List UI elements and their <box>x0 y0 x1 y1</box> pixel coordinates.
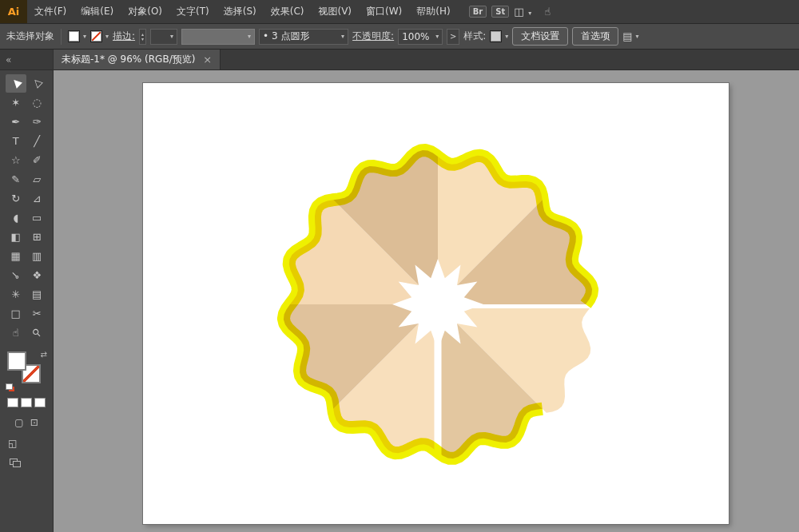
rotate-tool[interactable]: ↻ <box>6 189 26 208</box>
workspace-switcher-button[interactable]: ◫ ▾ <box>514 6 531 18</box>
draw-normal-button[interactable]: ▢ <box>14 417 23 428</box>
menu-item[interactable]: 选择(S) <box>217 0 264 23</box>
paintbrush-tool[interactable]: ✐ <box>27 151 48 169</box>
blend-icon: ❖ <box>32 269 42 281</box>
stroke-color-swatch[interactable] <box>90 30 102 42</box>
artboard-tool[interactable]: □ <box>6 304 26 323</box>
hand-tool[interactable]: ☝ <box>6 324 26 342</box>
control-bar-menu[interactable]: ▤ ▾ <box>622 30 638 42</box>
zoom-tool[interactable]: ⚲ <box>27 324 48 342</box>
hand-icon: ☝ <box>13 327 19 339</box>
document-tab[interactable]: 未标题-1* @ 96% (RGB/预览) × <box>54 50 221 69</box>
menu-item[interactable]: 对象(O) <box>121 0 169 23</box>
preferences-button[interactable]: 首选项 <box>572 27 618 46</box>
free-transform-tool[interactable]: ▭ <box>27 208 48 227</box>
canvas[interactable] <box>54 70 799 532</box>
width-tool[interactable]: ◖ <box>6 208 26 227</box>
pencil-icon: ✎ <box>11 173 20 185</box>
menu-item[interactable]: 文字(T) <box>169 0 217 23</box>
cascade-windows-icon[interactable] <box>10 459 21 467</box>
stock-button[interactable]: St <box>491 6 509 18</box>
eyedropper-icon: ⊸ <box>9 268 23 282</box>
line-segment-tool[interactable]: ╱ <box>27 132 48 150</box>
stroke-weight-stepper[interactable]: ▴ ▾ <box>139 29 146 45</box>
drawing-modes: ▢ ⊡ <box>0 417 53 428</box>
mesh-tool[interactable]: ▦ <box>6 247 26 265</box>
rotate-icon: ↻ <box>11 193 20 204</box>
menu-item[interactable]: 视图(V) <box>311 0 359 23</box>
workspace-switcher-icon: ◫ <box>514 6 523 18</box>
chevron-down-icon: ▾ <box>170 33 173 40</box>
selection-icon: ▶ <box>9 77 23 91</box>
style-swatch <box>490 30 502 42</box>
pencil-tool[interactable]: ✎ <box>6 170 26 189</box>
pen-tool[interactable]: ✒ <box>6 113 26 131</box>
menu-item[interactable]: 文件(F) <box>27 0 74 23</box>
expand-panel-button[interactable]: > <box>447 29 459 45</box>
fill-indicator[interactable] <box>7 351 26 371</box>
paintbrush-icon: ✐ <box>33 154 42 166</box>
document-tab-title: 未标题-1* @ 96% (RGB/预览) <box>62 53 195 66</box>
gradient-tool[interactable]: ▥ <box>27 247 48 265</box>
brush-definition-select[interactable]: • 3 点圆形 ▾ <box>259 29 348 45</box>
flower-artwork[interactable] <box>143 83 729 524</box>
eraser-tool[interactable]: ▱ <box>27 170 48 189</box>
fill-color-control[interactable]: ▾ <box>68 30 86 42</box>
artboard[interactable] <box>143 83 729 524</box>
fill-stroke-indicator: ⇄ <box>6 351 47 388</box>
chevron-down-icon: ▾ <box>528 10 531 17</box>
lasso-icon: ◌ <box>33 97 42 109</box>
type-tool[interactable]: T <box>6 132 26 150</box>
gradient-button[interactable] <box>21 398 32 407</box>
stroke-weight-select[interactable]: ▾ <box>150 29 177 45</box>
lasso-tool[interactable]: ◌ <box>27 93 48 112</box>
magic-wand-tool[interactable]: ✶ <box>6 93 26 112</box>
scale-tool[interactable]: ⊿ <box>27 189 48 208</box>
menu-item[interactable]: 编辑(E) <box>74 0 121 23</box>
bridge-button[interactable]: Br <box>469 6 487 18</box>
stroke-color-control[interactable]: ▾ <box>90 30 109 42</box>
menu-item[interactable]: 帮助(H) <box>409 0 457 23</box>
main-area: « ▶▷✶◌✒✑T╱☆✐✎▱↻⊿◖▭◧⊞▦▥⊸❖✳▤□✂☝⚲ ⇄ ▢ ⊡ ◱ 未… <box>0 50 799 532</box>
chevron-down-icon: ▾ <box>505 33 508 40</box>
stroke-weight-label[interactable]: 描边: <box>113 30 135 43</box>
opacity-select[interactable]: 100% ▾ <box>398 29 443 45</box>
slice-tool[interactable]: ✂ <box>27 304 48 323</box>
collapse-panels-button[interactable]: « <box>0 50 53 70</box>
draw-behind-button[interactable]: ⊡ <box>30 417 38 428</box>
separator <box>61 29 62 45</box>
document-setup-button[interactable]: 文档设置 <box>512 27 568 46</box>
chevron-down-icon: ▾ <box>636 33 639 40</box>
perspective-grid-tool[interactable]: ⊞ <box>27 228 48 246</box>
column-graph-tool[interactable]: ▤ <box>27 285 48 304</box>
symbol-sprayer-icon: ✳ <box>11 288 20 300</box>
free-transform-icon: ▭ <box>32 212 42 224</box>
shape-tool[interactable]: ☆ <box>6 151 26 169</box>
menu-item[interactable]: 窗口(W) <box>359 0 409 23</box>
fill-color-swatch[interactable] <box>68 30 80 42</box>
tab-close-button[interactable]: × <box>203 54 212 66</box>
column-graph-icon: ▤ <box>32 288 42 300</box>
selection-tool[interactable]: ▶ <box>6 74 26 93</box>
mesh-icon: ▦ <box>11 250 21 262</box>
symbol-sprayer-tool[interactable]: ✳ <box>6 285 26 304</box>
tools-grid: ▶▷✶◌✒✑T╱☆✐✎▱↻⊿◖▭◧⊞▦▥⊸❖✳▤□✂☝⚲ <box>0 70 53 342</box>
shape-builder-tool[interactable]: ◧ <box>6 228 26 246</box>
width-profile-select[interactable]: ▾ <box>181 29 255 45</box>
touch-workspace-icon[interactable]: ☝ <box>544 6 551 18</box>
color-button[interactable] <box>7 398 18 407</box>
opacity-label[interactable]: 不透明度: <box>352 30 394 43</box>
screen-mode-button[interactable]: ◱ <box>8 438 53 449</box>
swap-fill-stroke-icon[interactable]: ⇄ <box>41 350 47 359</box>
curvature-tool[interactable]: ✑ <box>27 113 48 131</box>
slice-icon: ✂ <box>33 308 42 320</box>
eyedropper-tool[interactable]: ⊸ <box>6 266 26 284</box>
pen-icon: ✒ <box>11 116 20 128</box>
none-button[interactable] <box>34 398 46 407</box>
blend-tool[interactable]: ❖ <box>27 266 48 284</box>
default-fill-stroke-icon[interactable] <box>6 383 13 390</box>
perspective-grid-icon: ⊞ <box>33 231 42 243</box>
menu-item[interactable]: 效果(C) <box>264 0 312 23</box>
style-select[interactable]: ▾ <box>490 30 508 42</box>
direct-selection-tool[interactable]: ▷ <box>27 74 48 93</box>
